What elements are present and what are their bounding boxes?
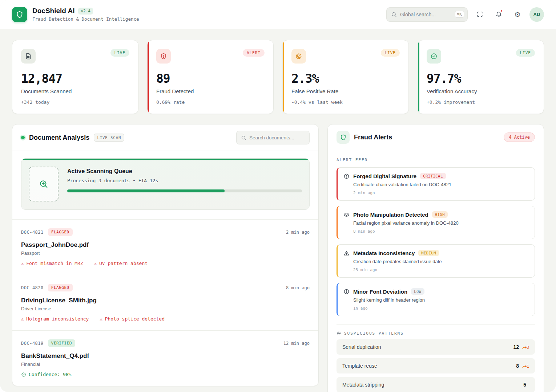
pattern-row[interactable]: Template reuse 8 ↗+1 xyxy=(337,358,535,373)
alert-title: Photo Manipulation Detected xyxy=(353,212,428,218)
settings-gear-button[interactable]: ⚙ xyxy=(511,8,524,21)
top-bar: DocShield AI v2.4 Fraud Detection & Docu… xyxy=(0,0,556,29)
document-search[interactable] xyxy=(236,131,310,144)
main-content: Document Analysis LIVE SCAN Active Scann… xyxy=(12,124,544,392)
check-circle-icon xyxy=(427,49,441,64)
fraud-alerts-panel: Fraud Alerts 4 Active ALERT FEED Forged … xyxy=(327,124,544,392)
panel-title: Fraud Alerts xyxy=(354,134,392,141)
flag-item: ⚠Font mismatch in MRZ xyxy=(21,261,83,266)
stat-value: 97.7% xyxy=(427,72,535,86)
fraud-alerts-header: Fraud Alerts 4 Active xyxy=(328,124,544,150)
stat-subtext: +0.2% improvement xyxy=(427,99,535,105)
alert-time: 1h ago xyxy=(353,306,529,311)
alert-title: Minor Font Deviation xyxy=(353,289,407,295)
document-id: DOC-4820 xyxy=(21,285,44,290)
severity-badge: HIGH xyxy=(432,211,448,218)
status-badge: LIVE xyxy=(110,49,130,57)
pattern-name: Serial duplication xyxy=(342,344,381,350)
flag-item: ⚠Photo splice detected xyxy=(100,316,165,322)
document-name: BankStatement_Q4.pdf xyxy=(21,352,310,360)
live-indicator-dot xyxy=(21,136,25,139)
alert-card[interactable]: Photo Manipulation Detected HIGH Facial … xyxy=(337,206,535,239)
document-type: Driver License xyxy=(21,306,310,311)
live-scan-badge: LIVE SCAN xyxy=(94,134,124,142)
active-alerts-badge: 4 Active xyxy=(504,132,535,142)
stat-label: Documents Scanned xyxy=(21,88,129,94)
warning-icon: ⚠ xyxy=(21,261,24,266)
flagged-badge: FLAGGED xyxy=(48,228,73,236)
scan-progress-fill xyxy=(67,189,225,192)
stat-card-false-positive-rate: LIVE 2.3% False Positive Rate -0.4% vs l… xyxy=(282,40,409,114)
document-type: Financial xyxy=(21,362,310,367)
app-subtitle: Fraud Detection & Document Intelligence xyxy=(32,16,139,22)
scan-frame-button[interactable] xyxy=(473,8,487,21)
alert-circle-icon xyxy=(343,173,350,179)
version-badge: v2.4 xyxy=(78,8,93,15)
document-analysis-panel: Document Analysis LIVE SCAN Active Scann… xyxy=(12,124,319,386)
magnifier-plus-icon xyxy=(29,167,59,201)
alert-description: Facial region pixel variance anomaly in … xyxy=(353,220,529,226)
user-avatar[interactable]: AD xyxy=(529,7,544,22)
notifications-bell-button[interactable] xyxy=(492,8,505,21)
severity-badge: LOW xyxy=(411,288,424,295)
alert-feed-label: ALERT FEED xyxy=(337,158,535,162)
alert-description: Certificate chain validation failed on D… xyxy=(353,182,529,187)
suspicious-patterns-section: SUSPICIOUS PATTERNS Serial duplication 1… xyxy=(337,324,535,392)
severity-badge: CRITICAL xyxy=(420,173,446,179)
brand-text: DocShield AI v2.4 Fraud Detection & Docu… xyxy=(32,7,139,22)
pattern-row[interactable]: Serial duplication 12 ↗+3 xyxy=(337,339,535,355)
suspicious-patterns-label: SUSPICIOUS PATTERNS xyxy=(337,331,535,336)
document-scan-icon xyxy=(21,49,36,64)
document-time: 8 min ago xyxy=(286,285,310,290)
flagged-badge: FLAGGED xyxy=(48,284,73,291)
status-badge: ALERT xyxy=(243,49,265,57)
document-row[interactable]: DOC-4821 FLAGGED 2 min ago Passport_John… xyxy=(12,219,318,275)
warning-icon: ⚠ xyxy=(100,317,102,321)
flag-item: ⚠Hologram inconsistency xyxy=(21,316,89,322)
pattern-name: Template reuse xyxy=(342,363,377,369)
notification-dot xyxy=(500,9,503,12)
app-logo-shield-icon xyxy=(12,7,27,22)
search-icon xyxy=(241,135,246,140)
alert-card[interactable]: Minor Font Deviation LOW Slight kerning … xyxy=(337,283,535,316)
keyboard-shortcut-badge: ⌘K xyxy=(455,11,464,18)
warning-icon: ⚠ xyxy=(21,317,24,321)
stat-label: Verification Accuracy xyxy=(427,88,535,94)
stat-label: Fraud Detected xyxy=(156,88,265,94)
stat-card-fraud-detected: ALERT 89 Fraud Detected 0.69% rate xyxy=(147,40,274,114)
document-row[interactable]: DOC-4820 FLAGGED 8 min ago DrivingLicens… xyxy=(12,275,318,330)
stats-row: LIVE 12,847 Documents Scanned +342 today… xyxy=(12,40,544,114)
target-icon xyxy=(291,49,306,64)
pattern-radar-icon xyxy=(337,331,341,336)
stat-label: False Positive Rate xyxy=(291,88,400,94)
document-id: DOC-4819 xyxy=(21,341,44,346)
top-actions: ⌘K ⚙ AD xyxy=(386,7,544,22)
alert-time: 23 min ago xyxy=(353,268,529,272)
alert-card[interactable]: Forged Digital Signature CRITICAL Certif… xyxy=(337,167,535,201)
pattern-row[interactable]: Metadata stripping 5 xyxy=(337,377,535,392)
info-icon xyxy=(343,289,350,295)
warning-triangle-icon xyxy=(343,250,350,256)
document-flags: ⚠Hologram inconsistency ⚠Photo splice de… xyxy=(21,316,310,322)
app-title: DocShield AI xyxy=(32,7,74,15)
document-type: Passport xyxy=(21,250,310,256)
queue-title: Active Scanning Queue xyxy=(67,168,302,175)
verified-badge: VERIFIED xyxy=(48,339,75,347)
document-row[interactable]: DOC-4819 VERIFIED 12 min ago BankStateme… xyxy=(12,330,318,386)
shield-alert-icon xyxy=(156,49,171,64)
stat-subtext: +342 today xyxy=(21,99,129,105)
document-search-input[interactable] xyxy=(249,135,305,140)
severity-badge: MEDIUM xyxy=(418,250,439,256)
alerts-body: ALERT FEED Forged Digital Signature CRIT… xyxy=(328,150,544,392)
document-time: 12 min ago xyxy=(283,341,310,346)
stat-value: 12,847 xyxy=(21,72,129,86)
panel-title: Document Analysis xyxy=(29,134,89,142)
alert-card[interactable]: Metadata Inconsistency MEDIUM Creation d… xyxy=(337,244,535,278)
stat-value: 2.3% xyxy=(291,72,400,86)
document-id: DOC-4821 xyxy=(21,230,44,235)
stat-subtext: -0.4% vs last week xyxy=(291,99,400,105)
queue-info: Active Scanning Queue Processing 3 docum… xyxy=(67,167,302,201)
global-search[interactable]: ⌘K xyxy=(386,7,468,22)
global-search-input[interactable] xyxy=(400,12,452,17)
alert-title: Forged Digital Signature xyxy=(353,173,416,179)
